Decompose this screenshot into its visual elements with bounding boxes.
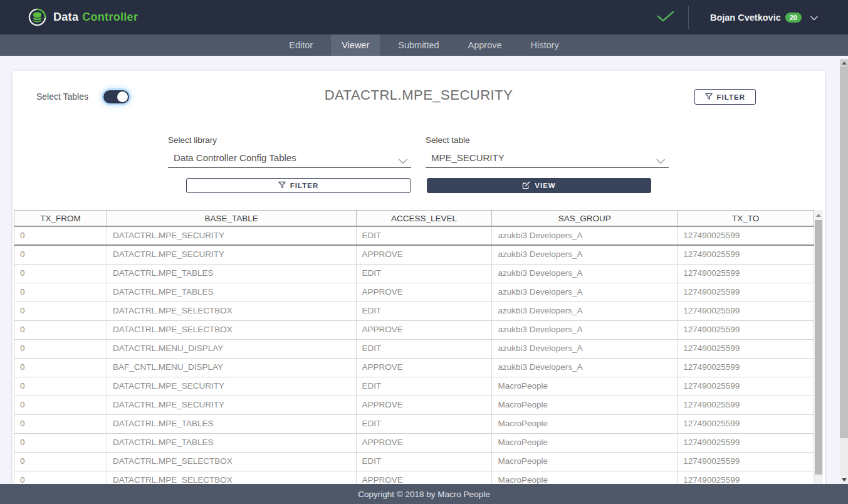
table-cell[interactable]: DATACTRL.MPE_TABLES — [107, 415, 357, 433]
table-cell[interactable]: EDIT — [357, 265, 493, 283]
table-cell[interactable]: EDIT — [357, 453, 493, 471]
table-cell[interactable]: BAF_CNTL.MENU_DISPLAY — [107, 359, 357, 377]
tab-submitted[interactable]: Submitted — [387, 34, 449, 56]
table-cell[interactable]: 0 — [14, 377, 107, 396]
column-header-sas_group[interactable]: SAS_GROUP — [492, 211, 678, 226]
table-cell[interactable]: MacroPeople — [492, 453, 678, 471]
table-cell[interactable]: 0 — [14, 340, 107, 358]
table-cell[interactable]: 0 — [14, 321, 107, 339]
user-menu-chevron-down-icon[interactable] — [810, 12, 818, 23]
table-cell[interactable]: 0 — [14, 415, 107, 433]
column-header-access_level[interactable]: ACCESS_LEVEL — [357, 211, 493, 226]
table-cell[interactable]: APPROVE — [357, 396, 493, 414]
table-cell[interactable]: 127490025599 — [678, 283, 814, 302]
page-scrollbar[interactable] — [840, 59, 848, 484]
table-cell[interactable]: 127490025599 — [678, 246, 814, 264]
table-cell[interactable]: MacroPeople — [492, 396, 678, 414]
table-row[interactable]: 0DATACTRL.MPE_SELECTBOXAPPROVEazukbi3 De… — [14, 321, 814, 340]
table-row[interactable]: 0DATACTRL.MPE_TABLESEDITazukbi3 Develope… — [14, 265, 814, 283]
table-cell[interactable]: 0 — [14, 246, 107, 264]
table-cell[interactable]: EDIT — [357, 302, 493, 320]
table-cell[interactable]: azukbi3 Developers_A — [492, 340, 678, 358]
table-cell[interactable]: 127490025599 — [678, 377, 814, 396]
table-cell[interactable]: 127490025599 — [678, 227, 814, 244]
table-cell[interactable]: azukbi3 Developers_A — [492, 283, 678, 302]
table-cell[interactable]: DATACTRL.MPE_SELECTBOX — [107, 321, 357, 339]
table-cell[interactable]: 127490025599 — [678, 396, 814, 414]
tab-history[interactable]: History — [520, 34, 570, 56]
table-row[interactable]: 0BAF_CNTL.MENU_DISPLAYAPPROVEazukbi3 Dev… — [14, 359, 814, 377]
column-header-tx_from[interactable]: TX_FROM — [14, 211, 107, 226]
user-name[interactable]: Bojan Cvetkovic — [710, 13, 781, 23]
table-cell[interactable]: 0 — [14, 359, 107, 377]
table-cell[interactable]: 127490025599 — [678, 340, 814, 358]
table-cell[interactable]: DATACTRL.MPE_SECURITY — [107, 396, 357, 414]
table-select[interactable]: MPE_SECURITY — [426, 150, 669, 168]
table-row[interactable]: 0DATACTRL.MPE_TABLESEDITMacroPeople12749… — [14, 415, 814, 434]
table-cell[interactable]: DATACTRL.MPE_TABLES — [107, 265, 357, 283]
table-cell[interactable]: 0 — [14, 265, 107, 283]
table-cell[interactable]: EDIT — [357, 227, 493, 244]
table-cell[interactable]: DATACTRL.MENU_DISPLAY — [107, 340, 357, 358]
table-row[interactable]: 0DATACTRL.MPE_SELECTBOXEDITMacroPeople12… — [14, 453, 814, 471]
table-cell[interactable]: 127490025599 — [678, 265, 814, 283]
table-cell[interactable]: 0 — [14, 396, 107, 414]
table-row[interactable]: 0DATACTRL.MPE_SELECTBOXEDITazukbi3 Devel… — [14, 302, 814, 321]
table-scrollbar-thumb[interactable] — [815, 220, 822, 475]
table-cell[interactable]: azukbi3 Developers_A — [492, 359, 678, 377]
table-cell[interactable]: EDIT — [357, 377, 493, 396]
table-cell[interactable]: 0 — [14, 434, 107, 452]
table-cell[interactable]: azukbi3 Developers_A — [492, 227, 678, 244]
table-cell[interactable]: MacroPeople — [492, 434, 678, 452]
table-cell[interactable]: 127490025599 — [678, 359, 814, 377]
table-cell[interactable]: APPROVE — [357, 434, 493, 452]
table-cell[interactable]: azukbi3 Developers_A — [492, 321, 678, 339]
tab-viewer[interactable]: Viewer — [331, 34, 380, 56]
table-cell[interactable]: DATACTRL.MPE_SECURITY — [107, 227, 357, 244]
library-select[interactable]: Data Controller Config Tables — [168, 150, 411, 168]
page-scrollbar-thumb[interactable] — [840, 67, 848, 438]
table-row[interactable]: 0DATACTRL.MENU_DISPLAYEDITazukbi3 Develo… — [14, 340, 814, 359]
table-cell[interactable]: 0 — [14, 453, 107, 471]
table-cell[interactable]: APPROVE — [357, 283, 493, 302]
table-scrollbar[interactable] — [814, 210, 823, 504]
table-scroll-up-icon[interactable] — [814, 210, 823, 220]
table-cell[interactable]: DATACTRL.MPE_SECURITY — [107, 246, 357, 264]
tab-editor[interactable]: Editor — [278, 34, 323, 56]
table-cell[interactable]: EDIT — [357, 340, 493, 358]
table-cell[interactable]: azukbi3 Developers_A — [492, 246, 678, 264]
table-cell[interactable]: 127490025599 — [678, 453, 814, 471]
table-row[interactable]: 0DATACTRL.MPE_SECURITYAPPROVEMacroPeople… — [14, 396, 814, 415]
table-cell[interactable]: 127490025599 — [678, 321, 814, 339]
table-cell[interactable]: 127490025599 — [678, 302, 814, 320]
table-row[interactable]: 0DATACTRL.MPE_SECURITYAPPROVEazukbi3 Dev… — [14, 246, 814, 265]
table-cell[interactable]: APPROVE — [357, 359, 493, 377]
table-cell[interactable]: 0 — [14, 227, 107, 244]
table-cell[interactable]: azukbi3 Developers_A — [492, 302, 678, 320]
table-cell[interactable]: 127490025599 — [678, 415, 814, 433]
app-logo[interactable]: DataController — [28, 8, 138, 27]
view-button[interactable]: VIEW — [427, 178, 651, 193]
table-cell[interactable]: APPROVE — [357, 321, 493, 339]
table-cell[interactable]: DATACTRL.MPE_TABLES — [107, 434, 357, 452]
table-cell[interactable]: MacroPeople — [492, 377, 678, 396]
table-row[interactable]: 0DATACTRL.MPE_SECURITYEDITazukbi3 Develo… — [14, 227, 814, 246]
column-header-base_table[interactable]: BASE_TABLE — [107, 211, 357, 226]
table-cell[interactable]: 127490025599 — [678, 434, 814, 452]
table-cell[interactable]: 0 — [14, 283, 107, 302]
table-cell[interactable]: DATACTRL.MPE_SELECTBOX — [107, 453, 357, 471]
tab-approve[interactable]: Approve — [458, 34, 513, 56]
table-cell[interactable]: DATACTRL.MPE_TABLES — [107, 283, 357, 302]
column-header-tx_to[interactable]: TX_TO — [678, 211, 814, 226]
table-cell[interactable]: APPROVE — [357, 246, 493, 264]
page-scroll-down-icon[interactable] — [840, 475, 848, 484]
table-cell[interactable]: DATACTRL.MPE_SECURITY — [107, 377, 357, 396]
table-cell[interactable]: DATACTRL.MPE_SELECTBOX — [107, 302, 357, 320]
filter-button-top[interactable]: FILTER — [694, 89, 756, 105]
table-cell[interactable]: azukbi3 Developers_A — [492, 265, 678, 283]
table-row[interactable]: 0DATACTRL.MPE_TABLESAPPROVEazukbi3 Devel… — [14, 283, 814, 302]
table-cell[interactable]: EDIT — [357, 415, 493, 433]
table-row[interactable]: 0DATACTRL.MPE_SECURITYEDITMacroPeople127… — [14, 377, 814, 396]
table-cell[interactable]: MacroPeople — [492, 415, 678, 433]
page-scroll-up-icon[interactable] — [840, 59, 848, 67]
